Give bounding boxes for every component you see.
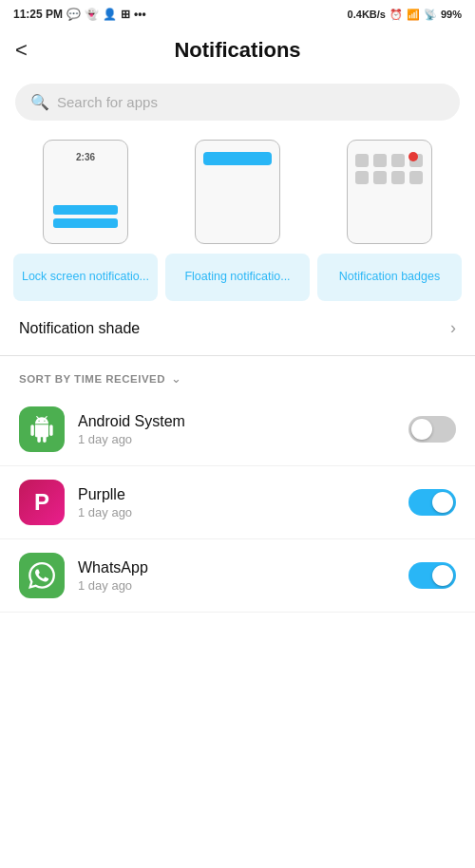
android-system-toggle[interactable]	[408, 416, 456, 443]
grid-icon: ⊞	[121, 8, 130, 21]
android-system-info: Android System 1 day ago	[78, 413, 395, 446]
badges-label: Notification badges	[317, 254, 462, 301]
lock-screen-card[interactable]: 2:36 Lock screen notificatio...	[13, 140, 158, 301]
lock-screen-phone-icon: 2:36	[43, 140, 128, 244]
badge-phone-icon	[347, 140, 432, 244]
whatsapp-icon	[19, 553, 65, 598]
battery-display: 99%	[441, 9, 462, 20]
purplle-info: Purplle 1 day ago	[78, 486, 395, 519]
sort-bar[interactable]: SORT BY TIME RECEIVED ⌄	[0, 356, 475, 393]
android-system-icon	[19, 406, 65, 452]
status-bar: 11:25 PM 💬 👻 👤 ⊞ ••• 0.4KB/s ⏰ 📶 📡 99%	[0, 0, 475, 25]
floating-phone-icon	[195, 140, 280, 244]
snapchat-icon: 👻	[85, 8, 99, 21]
search-bar[interactable]: 🔍 Search for apps	[15, 84, 460, 121]
back-button[interactable]: <	[15, 38, 28, 63]
purplle-toggle[interactable]	[408, 489, 456, 516]
whatsapp-toggle[interactable]	[408, 562, 456, 589]
lock-screen-label: Lock screen notificatio...	[13, 254, 158, 301]
status-right: 0.4KB/s ⏰ 📶 📡 99%	[348, 9, 462, 21]
floating-label: Floating notificatio...	[165, 254, 310, 301]
page-title: Notifications	[174, 38, 300, 63]
search-icon: 🔍	[30, 93, 49, 111]
purplle-icon: P	[19, 480, 65, 525]
search-container: 🔍 Search for apps	[0, 76, 475, 132]
badges-card[interactable]: Notification badges	[317, 140, 462, 301]
app-item-android-system: Android System 1 day ago	[0, 393, 475, 466]
signal-icon: 📶	[407, 9, 420, 21]
whatsapp-info: WhatsApp 1 day ago	[78, 559, 395, 593]
whatsapp-status-icon: 💬	[66, 8, 81, 21]
app-list: Android System 1 day ago P Purplle 1 day…	[0, 393, 475, 613]
time-display: 11:25 PM	[13, 8, 63, 21]
chevron-right-icon: ›	[450, 318, 456, 338]
purplle-time: 1 day ago	[78, 505, 395, 519]
app-item-purplle: P Purplle 1 day ago	[0, 466, 475, 539]
status-time: 11:25 PM 💬 👻 👤 ⊞ •••	[13, 8, 146, 21]
page-header: < Notifications	[0, 25, 475, 76]
sort-chevron-icon: ⌄	[171, 371, 181, 386]
wifi-icon: 📡	[424, 9, 437, 21]
network-speed: 0.4KB/s	[348, 9, 386, 20]
alarm-icon: ⏰	[390, 9, 403, 21]
snap2-icon: 👤	[103, 8, 117, 21]
whatsapp-time: 1 day ago	[78, 578, 395, 593]
notification-shade-row[interactable]: Notification shade ›	[0, 301, 475, 355]
android-system-time: 1 day ago	[78, 432, 395, 446]
sort-label: SORT BY TIME RECEIVED	[19, 373, 165, 385]
floating-card[interactable]: Floating notificatio...	[165, 140, 310, 301]
dots-icon: •••	[134, 8, 146, 21]
whatsapp-name: WhatsApp	[78, 559, 395, 576]
purplle-name: Purplle	[78, 486, 395, 503]
android-system-name: Android System	[78, 413, 395, 430]
app-item-whatsapp: WhatsApp 1 day ago	[0, 539, 475, 613]
notification-shade-label: Notification shade	[19, 320, 140, 337]
notif-type-cards: 2:36 Lock screen notificatio... Floating…	[0, 132, 475, 301]
search-placeholder: Search for apps	[57, 94, 158, 110]
